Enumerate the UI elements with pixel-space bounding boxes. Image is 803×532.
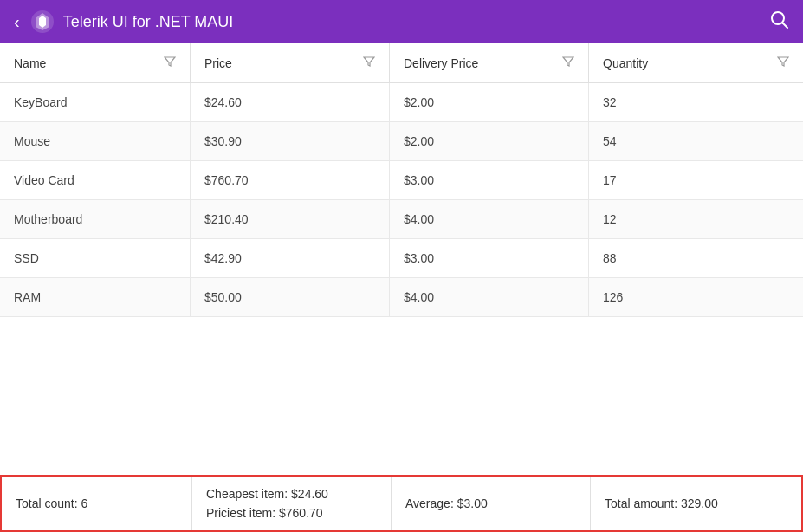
cell-price: $42.90 [191,239,390,277]
cell-quantity: 88 [589,239,803,277]
table-row: KeyBoard $24.60 $2.00 32 [0,83,803,122]
svg-line-2 [783,23,788,28]
column-header-delivery-price: Delivery Price [390,43,589,82]
cell-price: $50.00 [191,278,390,316]
summary-price-stats: Cheapest item: $24.60 Priciest item: $76… [192,477,392,530]
summary-average: Average: $3.00 [392,477,591,530]
column-header-quantity: Quantity [589,43,803,82]
summary-total-amount: Total amount: 329.00 [591,477,801,530]
cell-quantity: 17 [589,161,803,199]
filter-icon-price[interactable] [363,55,375,70]
app-title: Telerik UI for .NET MAUI [63,13,770,31]
search-icon[interactable] [770,10,789,34]
table-row: Mouse $30.90 $2.00 54 [0,122,803,161]
table-row: Video Card $760.70 $3.00 17 [0,161,803,200]
back-button[interactable]: ‹ [14,12,20,32]
table-header: Name Price Delivery Price [0,43,803,83]
cell-price: $30.90 [191,122,390,160]
cell-price: $760.70 [191,161,390,199]
main-content: Name Price Delivery Price [0,43,803,532]
cell-name: Mouse [0,122,191,160]
cell-delivery-price: $3.00 [390,161,589,199]
filter-icon-quantity[interactable] [777,55,789,70]
filter-icon-name[interactable] [164,55,176,70]
cell-price: $210.40 [191,200,390,238]
table-row: Motherboard $210.40 $4.00 12 [0,200,803,239]
cell-quantity: 12 [589,200,803,238]
cell-price: $24.60 [191,83,390,121]
cell-delivery-price: $4.00 [390,200,589,238]
cell-quantity: 126 [589,278,803,316]
cell-name: SSD [0,239,191,277]
summary-footer: Total count: 6 Cheapest item: $24.60 Pri… [0,475,803,532]
table-row: SSD $42.90 $3.00 88 [0,239,803,278]
cell-delivery-price: $2.00 [390,83,589,121]
cell-delivery-price: $3.00 [390,239,589,277]
cell-quantity: 32 [589,83,803,121]
cell-name: KeyBoard [0,83,191,121]
cell-name: RAM [0,278,191,316]
cell-name: Motherboard [0,200,191,238]
summary-total-count: Total count: 6 [2,477,192,530]
telerik-logo [30,10,55,34]
cell-name: Video Card [0,161,191,199]
cell-delivery-price: $2.00 [390,122,589,160]
table-row: RAM $50.00 $4.00 126 [0,278,803,317]
column-header-name: Name [0,43,191,82]
cell-delivery-price: $4.00 [390,278,589,316]
table-body: KeyBoard $24.60 $2.00 32 Mouse $30.90 $2… [0,83,803,317]
column-header-price: Price [191,43,390,82]
filter-icon-delivery[interactable] [562,55,574,70]
app-header: ‹ Telerik UI for .NET MAUI [0,0,803,43]
cell-quantity: 54 [589,122,803,160]
